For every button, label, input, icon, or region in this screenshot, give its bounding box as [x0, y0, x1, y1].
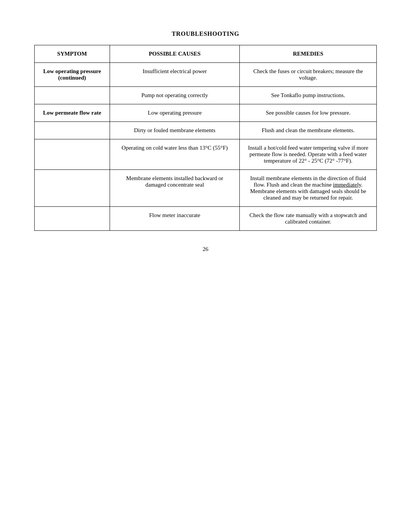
- symptom-cell-5: [35, 139, 110, 170]
- remedies-label-2: See Tonkaflo pump instructions.: [271, 92, 345, 98]
- table-row: Membrane elements installed backward or …: [35, 170, 377, 207]
- symptom-label-1: Low operating pressure (continued): [43, 68, 101, 81]
- causes-label-3: Low operating pressure: [148, 110, 202, 116]
- causes-cell-2: Pump not operating correctly: [110, 87, 240, 104]
- remedies-cell-1: Check the fuses or circuit breakers; mea…: [240, 63, 377, 87]
- header-causes: POSSIBLE CAUSES: [110, 45, 240, 63]
- table-header-row: SYMPTOM POSSIBLE CAUSES REMEDIES: [35, 45, 377, 63]
- remedies-cell-4: Flush and clean the membrane elements.: [240, 122, 377, 139]
- causes-label-2: Pump not operating correctly: [141, 92, 208, 98]
- remedies-underline-6: immediately: [333, 182, 361, 188]
- table-row: Low permeate flow rate Low operating pre…: [35, 104, 377, 122]
- symptom-cell-4: [35, 122, 110, 139]
- symptom-cell-7: [35, 207, 110, 231]
- remedies-cell-3: See possible causes for low pressure.: [240, 104, 377, 122]
- symptom-cell-2: [35, 87, 110, 104]
- table-row: Flow meter inaccurate Check the flow rat…: [35, 207, 377, 231]
- page-title: TROUBLESHOOTING: [172, 30, 239, 37]
- table-row: Low operating pressure (continued) Insuf…: [35, 63, 377, 87]
- table-row: Pump not operating correctly See Tonkafl…: [35, 87, 377, 104]
- causes-label-5: Operating on cold water less than 13°C (…: [122, 145, 228, 151]
- causes-cell-7: Flow meter inaccurate: [110, 207, 240, 231]
- remedies-cell-7: Check the flow rate manually with a stop…: [240, 207, 377, 231]
- causes-cell-5: Operating on cold water less than 13°C (…: [110, 139, 240, 170]
- symptom-cell-6: [35, 170, 110, 207]
- remedies-label-7: Check the flow rate manually with a stop…: [250, 212, 367, 225]
- page-container: TROUBLESHOOTING SYMPTOM POSSIBLE CAUSES …: [34, 30, 377, 252]
- causes-label-1: Insufficient electrical power: [143, 68, 207, 74]
- causes-label-4: Dirty or fouled membrane elements: [134, 127, 215, 133]
- causes-cell-4: Dirty or fouled membrane elements: [110, 122, 240, 139]
- page-number: 26: [203, 246, 209, 252]
- causes-label-6: Membrane elements installed backward or …: [126, 175, 223, 188]
- causes-cell-1: Insufficient electrical power: [110, 63, 240, 87]
- remedies-cell-6: Install membrane elements in the directi…: [240, 170, 377, 207]
- header-remedies: REMEDIES: [240, 45, 377, 63]
- symptom-cell-1: Low operating pressure (continued): [35, 63, 110, 87]
- remedies-label-1: Check the fuses or circuit breakers; mea…: [253, 68, 363, 81]
- header-symptom: SYMPTOM: [35, 45, 110, 63]
- table-row: Operating on cold water less than 13°C (…: [35, 139, 377, 170]
- causes-cell-3: Low operating pressure: [110, 104, 240, 122]
- remedies-label-5: Install a hot/cold feed water tempering …: [248, 145, 368, 164]
- remedies-label-3: See possible causes for low pressure.: [266, 110, 350, 116]
- causes-cell-6: Membrane elements installed backward or …: [110, 170, 240, 207]
- causes-label-7: Flow meter inaccurate: [149, 212, 200, 218]
- remedies-cell-2: See Tonkaflo pump instructions.: [240, 87, 377, 104]
- symptom-label-3: Low permeate flow rate: [43, 110, 101, 116]
- remedies-label-4: Flush and clean the membrane elements.: [262, 127, 355, 133]
- symptom-cell-3: Low permeate flow rate: [35, 104, 110, 122]
- table-row: Dirty or fouled membrane elements Flush …: [35, 122, 377, 139]
- remedies-cell-5: Install a hot/cold feed water tempering …: [240, 139, 377, 170]
- troubleshoot-table: SYMPTOM POSSIBLE CAUSES REMEDIES Low ope…: [34, 45, 377, 231]
